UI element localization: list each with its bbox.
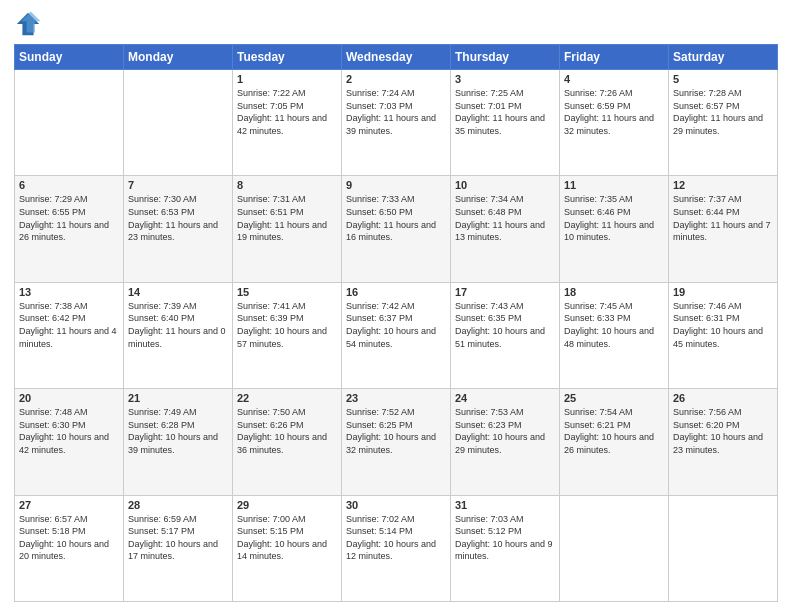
day-number: 6: [19, 179, 119, 191]
day-number: 16: [346, 286, 446, 298]
day-number: 31: [455, 499, 555, 511]
calendar-cell: 28Sunrise: 6:59 AM Sunset: 5:17 PM Dayli…: [124, 495, 233, 601]
day-info: Sunrise: 7:31 AM Sunset: 6:51 PM Dayligh…: [237, 193, 337, 243]
day-info: Sunrise: 7:56 AM Sunset: 6:20 PM Dayligh…: [673, 406, 773, 456]
day-number: 27: [19, 499, 119, 511]
calendar-cell: 11Sunrise: 7:35 AM Sunset: 6:46 PM Dayli…: [560, 176, 669, 282]
calendar-header-monday: Monday: [124, 45, 233, 70]
calendar-week-2: 6Sunrise: 7:29 AM Sunset: 6:55 PM Daylig…: [15, 176, 778, 282]
calendar-cell: 30Sunrise: 7:02 AM Sunset: 5:14 PM Dayli…: [342, 495, 451, 601]
calendar-header-thursday: Thursday: [451, 45, 560, 70]
day-number: 2: [346, 73, 446, 85]
calendar-header-row: SundayMondayTuesdayWednesdayThursdayFrid…: [15, 45, 778, 70]
logo: [14, 10, 44, 38]
calendar-cell: [15, 70, 124, 176]
day-number: 15: [237, 286, 337, 298]
calendar-week-5: 27Sunrise: 6:57 AM Sunset: 5:18 PM Dayli…: [15, 495, 778, 601]
calendar-cell: 4Sunrise: 7:26 AM Sunset: 6:59 PM Daylig…: [560, 70, 669, 176]
day-number: 18: [564, 286, 664, 298]
day-info: Sunrise: 6:59 AM Sunset: 5:17 PM Dayligh…: [128, 513, 228, 563]
calendar-cell: 15Sunrise: 7:41 AM Sunset: 6:39 PM Dayli…: [233, 282, 342, 388]
calendar-cell: 16Sunrise: 7:42 AM Sunset: 6:37 PM Dayli…: [342, 282, 451, 388]
calendar-cell: 12Sunrise: 7:37 AM Sunset: 6:44 PM Dayli…: [669, 176, 778, 282]
day-number: 23: [346, 392, 446, 404]
day-number: 10: [455, 179, 555, 191]
day-info: Sunrise: 7:49 AM Sunset: 6:28 PM Dayligh…: [128, 406, 228, 456]
day-info: Sunrise: 7:38 AM Sunset: 6:42 PM Dayligh…: [19, 300, 119, 350]
calendar-cell: 5Sunrise: 7:28 AM Sunset: 6:57 PM Daylig…: [669, 70, 778, 176]
page: SundayMondayTuesdayWednesdayThursdayFrid…: [0, 0, 792, 612]
calendar-cell: 24Sunrise: 7:53 AM Sunset: 6:23 PM Dayli…: [451, 389, 560, 495]
calendar-cell: 25Sunrise: 7:54 AM Sunset: 6:21 PM Dayli…: [560, 389, 669, 495]
calendar-cell: 8Sunrise: 7:31 AM Sunset: 6:51 PM Daylig…: [233, 176, 342, 282]
day-number: 17: [455, 286, 555, 298]
calendar-cell: 10Sunrise: 7:34 AM Sunset: 6:48 PM Dayli…: [451, 176, 560, 282]
day-number: 1: [237, 73, 337, 85]
day-info: Sunrise: 7:48 AM Sunset: 6:30 PM Dayligh…: [19, 406, 119, 456]
calendar-table: SundayMondayTuesdayWednesdayThursdayFrid…: [14, 44, 778, 602]
day-info: Sunrise: 7:35 AM Sunset: 6:46 PM Dayligh…: [564, 193, 664, 243]
day-number: 20: [19, 392, 119, 404]
calendar-cell: 7Sunrise: 7:30 AM Sunset: 6:53 PM Daylig…: [124, 176, 233, 282]
day-info: Sunrise: 7:28 AM Sunset: 6:57 PM Dayligh…: [673, 87, 773, 137]
day-info: Sunrise: 7:03 AM Sunset: 5:12 PM Dayligh…: [455, 513, 555, 563]
calendar-header-wednesday: Wednesday: [342, 45, 451, 70]
calendar-cell: 18Sunrise: 7:45 AM Sunset: 6:33 PM Dayli…: [560, 282, 669, 388]
calendar-cell: 23Sunrise: 7:52 AM Sunset: 6:25 PM Dayli…: [342, 389, 451, 495]
day-info: Sunrise: 7:00 AM Sunset: 5:15 PM Dayligh…: [237, 513, 337, 563]
calendar-cell: 14Sunrise: 7:39 AM Sunset: 6:40 PM Dayli…: [124, 282, 233, 388]
day-info: Sunrise: 7:42 AM Sunset: 6:37 PM Dayligh…: [346, 300, 446, 350]
calendar-week-4: 20Sunrise: 7:48 AM Sunset: 6:30 PM Dayli…: [15, 389, 778, 495]
logo-icon: [14, 10, 42, 38]
day-number: 24: [455, 392, 555, 404]
day-info: Sunrise: 7:30 AM Sunset: 6:53 PM Dayligh…: [128, 193, 228, 243]
day-number: 7: [128, 179, 228, 191]
day-number: 13: [19, 286, 119, 298]
day-number: 26: [673, 392, 773, 404]
header: [14, 10, 778, 38]
day-info: Sunrise: 7:50 AM Sunset: 6:26 PM Dayligh…: [237, 406, 337, 456]
day-number: 30: [346, 499, 446, 511]
calendar-cell: 31Sunrise: 7:03 AM Sunset: 5:12 PM Dayli…: [451, 495, 560, 601]
calendar-cell: 26Sunrise: 7:56 AM Sunset: 6:20 PM Dayli…: [669, 389, 778, 495]
day-info: Sunrise: 7:46 AM Sunset: 6:31 PM Dayligh…: [673, 300, 773, 350]
day-number: 4: [564, 73, 664, 85]
day-info: Sunrise: 7:02 AM Sunset: 5:14 PM Dayligh…: [346, 513, 446, 563]
day-number: 19: [673, 286, 773, 298]
day-info: Sunrise: 7:41 AM Sunset: 6:39 PM Dayligh…: [237, 300, 337, 350]
day-info: Sunrise: 7:52 AM Sunset: 6:25 PM Dayligh…: [346, 406, 446, 456]
day-info: Sunrise: 7:34 AM Sunset: 6:48 PM Dayligh…: [455, 193, 555, 243]
day-info: Sunrise: 7:33 AM Sunset: 6:50 PM Dayligh…: [346, 193, 446, 243]
day-info: Sunrise: 7:39 AM Sunset: 6:40 PM Dayligh…: [128, 300, 228, 350]
day-number: 28: [128, 499, 228, 511]
calendar-cell: [560, 495, 669, 601]
calendar-cell: 3Sunrise: 7:25 AM Sunset: 7:01 PM Daylig…: [451, 70, 560, 176]
calendar-cell: 17Sunrise: 7:43 AM Sunset: 6:35 PM Dayli…: [451, 282, 560, 388]
calendar-cell: 2Sunrise: 7:24 AM Sunset: 7:03 PM Daylig…: [342, 70, 451, 176]
calendar-cell: 1Sunrise: 7:22 AM Sunset: 7:05 PM Daylig…: [233, 70, 342, 176]
day-info: Sunrise: 7:37 AM Sunset: 6:44 PM Dayligh…: [673, 193, 773, 243]
calendar-header-saturday: Saturday: [669, 45, 778, 70]
calendar-header-tuesday: Tuesday: [233, 45, 342, 70]
calendar-cell: 29Sunrise: 7:00 AM Sunset: 5:15 PM Dayli…: [233, 495, 342, 601]
calendar-cell: 21Sunrise: 7:49 AM Sunset: 6:28 PM Dayli…: [124, 389, 233, 495]
day-info: Sunrise: 7:54 AM Sunset: 6:21 PM Dayligh…: [564, 406, 664, 456]
day-number: 11: [564, 179, 664, 191]
calendar-week-1: 1Sunrise: 7:22 AM Sunset: 7:05 PM Daylig…: [15, 70, 778, 176]
calendar-cell: 19Sunrise: 7:46 AM Sunset: 6:31 PM Dayli…: [669, 282, 778, 388]
calendar-cell: 13Sunrise: 7:38 AM Sunset: 6:42 PM Dayli…: [15, 282, 124, 388]
day-info: Sunrise: 7:26 AM Sunset: 6:59 PM Dayligh…: [564, 87, 664, 137]
day-info: Sunrise: 7:25 AM Sunset: 7:01 PM Dayligh…: [455, 87, 555, 137]
day-number: 3: [455, 73, 555, 85]
calendar-header-sunday: Sunday: [15, 45, 124, 70]
calendar-cell: 22Sunrise: 7:50 AM Sunset: 6:26 PM Dayli…: [233, 389, 342, 495]
calendar-cell: 6Sunrise: 7:29 AM Sunset: 6:55 PM Daylig…: [15, 176, 124, 282]
day-number: 29: [237, 499, 337, 511]
day-info: Sunrise: 7:24 AM Sunset: 7:03 PM Dayligh…: [346, 87, 446, 137]
day-number: 22: [237, 392, 337, 404]
day-info: Sunrise: 7:45 AM Sunset: 6:33 PM Dayligh…: [564, 300, 664, 350]
day-info: Sunrise: 7:43 AM Sunset: 6:35 PM Dayligh…: [455, 300, 555, 350]
calendar-cell: [669, 495, 778, 601]
day-number: 12: [673, 179, 773, 191]
day-number: 25: [564, 392, 664, 404]
